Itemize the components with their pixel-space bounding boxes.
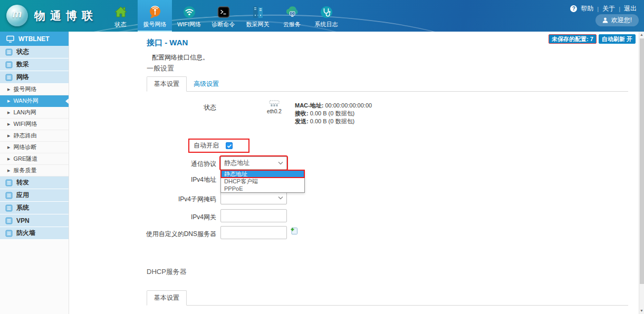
sidebar-subitem-label: WIFI网络: [13, 120, 37, 128]
tx-value: 0.00 B (0 数据包): [310, 118, 354, 124]
sidebar-subitem-network-diagnose[interactable]: ▶ 网络诊断: [0, 142, 69, 153]
tab-dhcp-basic-settings[interactable]: 基本设置: [147, 290, 187, 306]
tx-line: 发送: 0.00 B (0 数据包): [295, 117, 372, 125]
nav-label: 数采网关: [246, 21, 270, 28]
ipv4-address-label: IPv4地址: [69, 175, 216, 184]
nav-label: 状态: [115, 21, 127, 28]
list-icon: [5, 48, 13, 56]
welcome-button[interactable]: 欢迎您!: [595, 14, 639, 26]
rx-line: 接收: 0.00 B (0 数据包): [295, 110, 372, 117]
sidebar-subitem-qos[interactable]: ▶ 服务质量: [0, 165, 69, 176]
link-separator: |: [597, 6, 599, 12]
chevron-down-icon: [278, 196, 283, 200]
nav-item-cloud-service[interactable]: 云服务: [275, 0, 309, 32]
autostart-highlight-box: 自动开启: [188, 139, 249, 153]
protocol-selected-value: 静态地址: [224, 159, 249, 168]
list-icon: [5, 179, 13, 187]
sidebar-item-status[interactable]: 状态: [0, 46, 69, 58]
wifi-icon: [182, 3, 196, 19]
page-title: 接口 - WAN: [147, 38, 188, 48]
page-scrollbar[interactable]: ▲ ▼: [639, 32, 644, 314]
link-separator: |: [619, 6, 620, 12]
sidebar-subitem-label: LAN内网: [13, 109, 36, 116]
sidebar-subitem-label: 拨号网络: [13, 85, 36, 93]
nav-label: 拨号网络: [143, 21, 167, 28]
sidebar-item-label: 转发: [16, 178, 29, 187]
sidebar-title-label: WTBLNET: [18, 35, 50, 43]
netmask-label: IPv4子网掩码: [69, 195, 216, 204]
sidebar-subitem-dial-network[interactable]: ▶ 拨号网络: [0, 84, 69, 95]
sidebar-title: WTBLNET: [0, 32, 69, 46]
sidebar-item-label: 状态: [16, 47, 29, 56]
list-icon: [5, 204, 13, 212]
arrow-right-icon: ▶: [7, 169, 10, 172]
add-dns-icon[interactable]: [290, 227, 298, 235]
tab-advanced-settings[interactable]: 高级设置: [187, 77, 226, 91]
protocol-select[interactable]: 静态地址: [220, 156, 287, 170]
dropdown-option-pppoe[interactable]: PPPoE: [221, 185, 304, 192]
home-icon: [114, 3, 128, 19]
protocol-dropdown-list: 静态地址 DHCP客户端 PPPoE: [220, 170, 305, 193]
arrow-right-icon: ▶: [7, 122, 10, 126]
auto-refresh-badge[interactable]: 自动刷新 开: [599, 34, 636, 44]
sidebar-item-system[interactable]: 系统: [0, 202, 69, 214]
gateway-label: IPv4网关: [69, 213, 216, 222]
general-settings-tabs: 基本设置 高级设置: [147, 78, 628, 92]
sidebar-item-application[interactable]: 应用: [0, 189, 69, 202]
sidebar-subitem-gre-tunnel[interactable]: ▶ GRE隧道: [0, 153, 69, 165]
unsaved-config-badge[interactable]: 未保存的配置: 7: [549, 34, 597, 44]
tab-basic-settings[interactable]: 基本设置: [147, 76, 187, 92]
nav-item-diagnostic-command[interactable]: 诊断命令: [206, 0, 241, 32]
sidebar-item-label: 数采: [16, 60, 29, 69]
check-icon: [227, 143, 232, 149]
dropdown-option-dhcp[interactable]: DHCP客户端: [221, 178, 304, 185]
sidebar-subitem-label: 服务质量: [13, 166, 36, 174]
mac-line: MAC-地址: 00:00:00:00:00:00: [295, 102, 372, 110]
sidebar-subitem-static-route[interactable]: ▶ 静态路由: [0, 130, 69, 142]
logout-link[interactable]: 退出: [624, 4, 637, 13]
gateway-input[interactable]: [220, 209, 287, 222]
server-icon: [251, 3, 265, 19]
dns-label: 使用自定义的DNS服务器: [69, 230, 216, 239]
sidebar-item-vpn[interactable]: VPN: [0, 214, 69, 227]
nav-item-dial-network[interactable]: 拨号网络: [138, 0, 172, 32]
list-icon: [5, 217, 13, 224]
arrow-right-icon: ▶: [7, 111, 10, 114]
nav-item-status[interactable]: 状态: [103, 0, 138, 32]
nav-item-data-gateway[interactable]: 数采网关: [241, 0, 275, 32]
dns-input[interactable]: [220, 226, 287, 239]
dhcp-section-title: DHCP服务器: [147, 267, 187, 277]
status-badges: 未保存的配置: 7 自动刷新 开: [549, 34, 636, 44]
top-header: m 物通博联 状态 拨号网络 WIFI网络 诊断命令: [0, 0, 644, 32]
sidebar-item-firewall[interactable]: 防火墙: [0, 227, 69, 240]
sidebar-item-label: 应用: [16, 191, 29, 200]
sidebar-item-network[interactable]: 网络: [0, 71, 69, 84]
nav-item-wifi-network[interactable]: WIFI网络: [172, 0, 206, 32]
help-link[interactable]: 帮助: [581, 4, 593, 13]
broadcast-icon: [148, 3, 162, 19]
list-icon: [5, 192, 13, 199]
autostart-label: 自动开启: [194, 141, 219, 150]
sidebar-subitem-label: GRE隧道: [13, 155, 37, 163]
sidebar: WTBLNET 状态 数采 网络 ▶ 拨号网络 ▶ WAN外网 ▶ LAN内网 …: [0, 32, 69, 314]
rx-value: 0.00 B (0 数据包): [310, 110, 354, 116]
nav-item-system-log[interactable]: 系统日志: [309, 0, 343, 32]
sidebar-subitem-wifi[interactable]: ▶ WIFI网络: [0, 119, 69, 130]
sidebar-item-data-collection[interactable]: 数采: [0, 58, 69, 71]
arrow-right-icon: ▶: [7, 99, 10, 103]
sidebar-item-forward[interactable]: 转发: [0, 176, 69, 189]
sidebar-subitem-wan[interactable]: ▶ WAN外网: [0, 95, 69, 107]
netmask-select[interactable]: [220, 191, 287, 204]
autostart-checkbox[interactable]: [226, 142, 233, 149]
sidebar-subitem-label: 网络诊断: [13, 143, 36, 151]
about-link[interactable]: 关于: [602, 4, 615, 13]
mac-label: MAC-地址:: [295, 102, 323, 109]
scroll-down-arrow[interactable]: ▼: [639, 308, 644, 314]
scroll-thumb[interactable]: [640, 38, 644, 284]
stethoscope-icon: [320, 3, 333, 19]
dropdown-option-static[interactable]: 静态地址: [221, 170, 304, 178]
interface-name: eth0.2: [258, 109, 291, 115]
scroll-up-arrow[interactable]: ▲: [639, 32, 644, 38]
nav-label: 云服务: [283, 21, 301, 28]
sidebar-subitem-lan[interactable]: ▶ LAN内网: [0, 107, 69, 119]
